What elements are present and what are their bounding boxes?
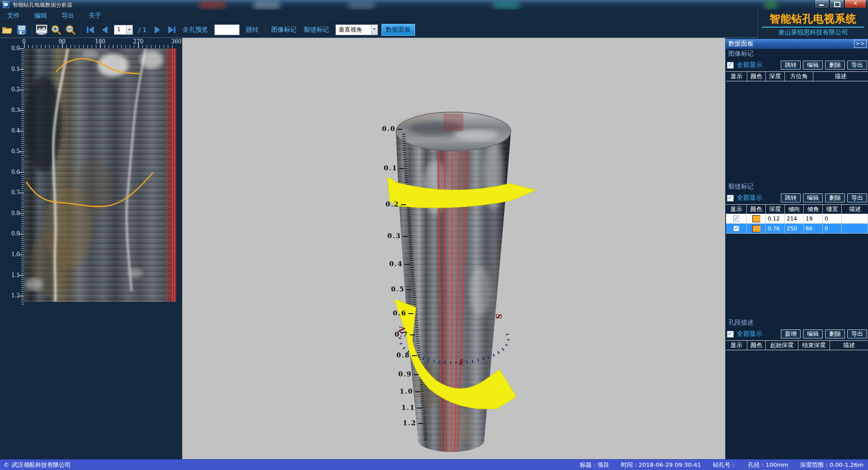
show-all-label: 全部显示	[737, 194, 762, 202]
azimuth-tick-label: 90	[59, 38, 66, 45]
depth-label-3d: 0.3	[387, 232, 408, 240]
chevron-down-icon[interactable]	[126, 25, 132, 34]
borehole-3d-scene[interactable]	[182, 38, 725, 459]
show-all-checkbox[interactable]	[727, 331, 734, 338]
col-show: 显示	[726, 205, 747, 214]
cell-color	[747, 214, 766, 223]
azimuth-tick-label: 180	[95, 38, 105, 45]
azimuth-tick-label: 360	[171, 38, 182, 45]
status-hole-number: 钻孔号：	[713, 461, 736, 469]
image-marks-table-header: 显示 颜色 深度 方位角 描述	[726, 71, 868, 81]
col-show: 显示	[726, 341, 747, 350]
save-button[interactable]	[16, 24, 28, 36]
chevron-down-icon[interactable]	[371, 25, 377, 35]
app-icon	[3, 1, 9, 8]
data-panel-toggle[interactable]: 数据面板	[382, 24, 415, 36]
col-end-depth: 结束深度	[798, 341, 830, 350]
segments-title: 孔段描述	[726, 319, 868, 328]
show-all-label: 全部显示	[737, 330, 762, 338]
export-button[interactable]: 导出	[847, 329, 867, 338]
row-show-checkbox[interactable]	[733, 216, 739, 221]
show-all-checkbox[interactable]	[727, 62, 734, 69]
delete-button[interactable]: 删除	[825, 193, 845, 202]
col-dip-direction: 倾向	[785, 205, 804, 214]
page-number-combo[interactable]: 1	[114, 25, 133, 35]
jump-button[interactable]: 跳转	[781, 193, 801, 202]
zoom-in-icon	[51, 24, 61, 35]
minimize-button[interactable]	[815, 0, 829, 8]
image-preview-button[interactable]	[36, 24, 47, 36]
status-hole-diameter: 孔径：100mm	[748, 461, 788, 469]
first-page-icon	[86, 26, 95, 34]
depth-tick-label: 1.2	[11, 292, 20, 299]
jump-input[interactable]	[214, 24, 240, 35]
unrolled-image-panel[interactable]: 090180270360 0.00.10.20.30.40.50.60.70.8…	[0, 38, 182, 459]
image-mark-tool[interactable]: 图像标记	[271, 26, 297, 34]
depth-label-3d: 0.5	[391, 286, 411, 293]
collapse-panel-button[interactable]: >>	[854, 40, 867, 48]
delete-button[interactable]: 删除	[825, 61, 845, 70]
status-time: 时间：2018-06-29 09:30:41	[621, 461, 701, 469]
prev-page-button[interactable]	[99, 24, 111, 36]
full-preview-label[interactable]: 全孔预览	[183, 26, 208, 34]
zoom-in-button[interactable]	[50, 24, 62, 36]
last-page-button[interactable]	[166, 24, 178, 36]
depth-tick-label: 1.1	[11, 272, 20, 278]
status-title: 标题：项目	[580, 461, 609, 469]
export-button[interactable]: 导出	[847, 61, 867, 70]
unrolled-borehole-image[interactable]	[0, 38, 182, 459]
statusbar: © 武汉领航科技有限公司 标题：项目 时间：2018-06-29 09:30:4…	[0, 459, 868, 470]
export-button[interactable]: 导出	[847, 193, 867, 202]
close-button[interactable]: ✕	[844, 0, 866, 8]
delete-button[interactable]: 删除	[825, 329, 845, 338]
azimuth-tick-label: 270	[133, 38, 143, 45]
view-angle-select[interactable]: 垂直视角	[335, 24, 378, 35]
image-marks-controls: 全部显示 跳转 编辑 删除 导出	[726, 60, 868, 70]
edit-button[interactable]: 编辑	[803, 61, 823, 70]
menu-file[interactable]: 文件	[0, 12, 27, 20]
depth-tick-label: 0.2	[11, 86, 20, 93]
add-button[interactable]: 新增	[781, 329, 801, 338]
app-window: 智能钻孔电视数据分析器 ✕ 文件 编辑 导出 关于	[0, 0, 868, 470]
cell-value: 0.12	[766, 214, 785, 223]
depth-label-3d: 0.2	[386, 201, 406, 208]
menu-about[interactable]: 关于	[81, 12, 108, 20]
status-depth-range: 深度范围：0.00-1.26m	[800, 461, 863, 469]
jump-button[interactable]: 跳转	[781, 61, 801, 70]
crack-marks-title: 裂缝标记	[726, 183, 868, 192]
crack-mark-tool[interactable]: 裂缝标记	[304, 26, 329, 34]
depth-tick-label: 0.4	[11, 127, 20, 134]
row-show-checkbox[interactable]	[733, 226, 739, 231]
col-color: 颜色	[747, 341, 766, 350]
depth-label-3d: 0.8	[396, 352, 417, 359]
next-page-button[interactable]	[151, 24, 163, 36]
show-all-checkbox[interactable]	[727, 195, 734, 202]
edit-button[interactable]: 编辑	[803, 193, 823, 202]
menubar: 文件 编辑 导出 关于	[0, 10, 758, 22]
depth-tick-label: 1.0	[11, 251, 20, 258]
col-depth: 深度	[766, 72, 785, 81]
status-company: 武汉领航科技有限公司	[12, 461, 71, 469]
crack-mark-row[interactable]: 0.12214190	[726, 214, 868, 224]
open-file-button[interactable]	[1, 24, 13, 36]
depth-label-3d: 0.1	[384, 164, 404, 172]
col-color: 颜色	[747, 205, 766, 214]
azimuth-tick-label: 0	[22, 38, 26, 45]
col-width: 缝宽	[823, 205, 842, 214]
jump-button[interactable]: 跳转	[246, 26, 259, 34]
zoom-out-button[interactable]	[65, 24, 76, 36]
cell-value: 0	[823, 214, 842, 223]
maximize-button[interactable]	[830, 0, 844, 8]
menu-export[interactable]: 导出	[54, 12, 81, 20]
edit-button[interactable]: 编辑	[803, 329, 823, 338]
crack-marks-table-header: 显示 颜色 深度 倾向 倾角 缝宽 描述	[726, 204, 868, 214]
viewport-3d[interactable]: 0.00.10.20.30.40.50.60.70.80.91.01.11.2N…	[182, 38, 725, 459]
depth-tick-label: 0.8	[11, 210, 20, 216]
crack-mark-row[interactable]: 0.76250660	[726, 224, 868, 234]
last-page-icon	[167, 26, 176, 34]
menu-edit[interactable]: 编辑	[27, 12, 54, 20]
col-color: 颜色	[747, 72, 766, 81]
crack-marks-controls: 全部显示 跳转 编辑 删除 导出	[726, 193, 868, 203]
view-angle-value: 垂直视角	[336, 25, 371, 35]
first-page-button[interactable]	[85, 24, 96, 36]
